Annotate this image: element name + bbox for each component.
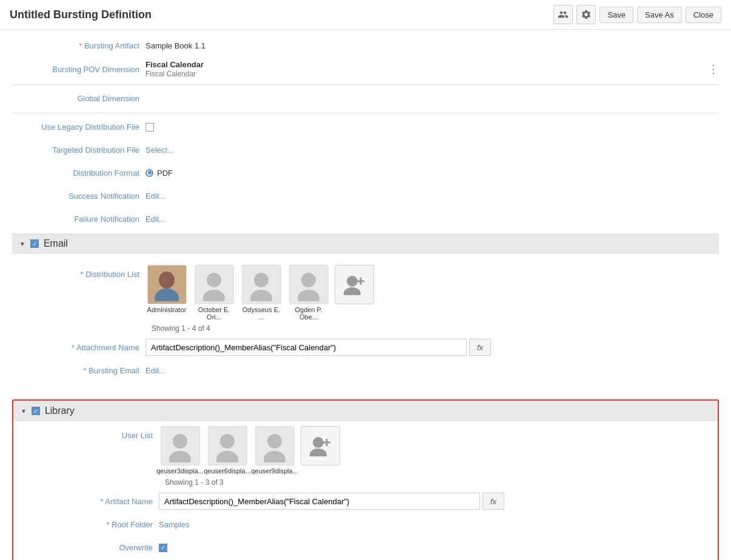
top-bar: Untitled Bursting Definition Save Save A…	[0, 0, 731, 30]
avatar-qeuser9[interactable]: qeuser9displa...	[253, 426, 296, 475]
add-user-email-btn[interactable]	[335, 265, 374, 304]
bursting-pov-label: Bursting POV Dimension	[12, 65, 145, 74]
svg-point-0	[159, 272, 175, 288]
bursting-email-value: Edit...	[145, 366, 719, 375]
bursting-email-label: * Bursting Email	[12, 366, 145, 375]
svg-point-7	[298, 290, 319, 301]
library-section-checkbox[interactable]: ✓	[32, 407, 40, 415]
save-as-button[interactable]: Save As	[637, 7, 682, 23]
artifact-name-label: * Artifact Name	[25, 497, 159, 506]
global-dimension-label: Global Dimension	[12, 94, 145, 103]
success-notif-value: Edit...	[145, 192, 719, 201]
avatar-box-qeuser9	[255, 426, 295, 465]
targeted-dist-value: Select...	[145, 145, 719, 155]
avatar-ogden[interactable]: Ogden P. Obe...	[287, 265, 330, 321]
avatar-qeuser3[interactable]: qeuser3displa...	[159, 426, 201, 475]
failure-notif-row: Failure Notification Edit...	[12, 210, 719, 227]
avatar-odysseus[interactable]: Odysseus E. ...	[240, 265, 282, 321]
use-legacy-label: Use Legacy Distribution File	[12, 122, 145, 132]
library-section: ▼ ✓ Library User List	[12, 399, 719, 560]
person-icon-qeuser6	[214, 429, 241, 462]
svg-point-13	[169, 451, 191, 462]
attachment-name-value: fx	[145, 339, 719, 356]
svg-point-18	[313, 437, 324, 448]
artifact-name-input-group: fx	[159, 493, 706, 510]
email-section: ▼ ✓ Email * Distribution List	[12, 233, 719, 392]
attachment-name-row: * Attachment Name fx	[12, 339, 719, 356]
email-section-checkbox[interactable]: ✓	[30, 239, 39, 248]
success-notif-row: Success Notification Edit...	[12, 187, 719, 204]
targeted-dist-select-link[interactable]: Select...	[145, 145, 174, 155]
svg-point-6	[301, 273, 316, 287]
svg-point-19	[310, 448, 327, 456]
avatar-label-odysseus: Odysseus E. ...	[240, 306, 282, 321]
bursting-email-edit-link[interactable]: Edit...	[145, 366, 165, 375]
artifact-name-input[interactable]	[159, 493, 480, 510]
success-notif-edit-link[interactable]: Edit...	[145, 192, 165, 201]
avatar-administrator[interactable]: Administrator	[145, 265, 188, 313]
pdf-radio[interactable]	[145, 169, 153, 177]
user-list-label: User List	[25, 426, 159, 440]
svg-point-17	[264, 451, 285, 462]
save-button[interactable]: Save	[599, 7, 633, 23]
library-section-body: User List qeuser3displa...	[13, 421, 718, 560]
svg-point-2	[207, 273, 221, 287]
close-button[interactable]: Close	[686, 7, 721, 23]
use-legacy-checkbox[interactable]	[145, 123, 154, 132]
add-user-email-container	[335, 265, 374, 304]
svg-point-3	[203, 290, 225, 301]
artifact-name-row: * Artifact Name fx	[25, 493, 706, 510]
pdf-label: PDF	[157, 168, 173, 178]
user-list-row: User List qeuser3displa...	[25, 426, 706, 487]
avatar-label-qeuser9: qeuser9displa...	[251, 467, 298, 475]
library-collapse-arrow: ▼	[21, 408, 27, 415]
divider-2	[12, 113, 719, 113]
gear-icon-btn[interactable]	[576, 5, 596, 24]
svg-point-16	[267, 434, 282, 448]
bursting-artifact-value: Sample Book 1.1	[145, 41, 719, 50]
overwrite-row: Overwrite ✓	[25, 539, 706, 556]
avatar-label-ogden: Ogden P. Obe...	[287, 306, 330, 321]
people-icon-btn[interactable]	[553, 5, 573, 24]
overwrite-value: ✓	[159, 542, 706, 552]
overwrite-checkbox[interactable]: ✓	[159, 544, 167, 552]
toolbar: Save Save As Close	[553, 5, 721, 24]
avatar-qeuser6[interactable]: qeuser6displa...	[206, 426, 249, 475]
email-section-header[interactable]: ▼ ✓ Email	[12, 233, 719, 254]
pov-menu-icon[interactable]: ⋮	[708, 62, 719, 76]
avatar-box-october	[195, 265, 234, 304]
bursting-email-row: * Bursting Email Edit...	[12, 362, 719, 379]
success-notif-label: Success Notification	[12, 192, 145, 201]
attachment-name-fx-btn[interactable]: fx	[469, 339, 491, 356]
svg-point-15	[216, 451, 238, 462]
email-section-body: * Distribution List	[12, 260, 719, 392]
page-title: Untitled Bursting Definition	[10, 8, 152, 21]
artifact-name-fx-btn[interactable]: fx	[482, 493, 504, 510]
use-legacy-checkbox-area	[145, 122, 719, 132]
attachment-name-input[interactable]	[145, 339, 467, 356]
avatar-label-qeuser3: qeuser3displa...	[156, 467, 204, 475]
add-user-library-btn[interactable]	[301, 426, 340, 465]
person-icon-ogden	[295, 268, 322, 301]
divider-1	[12, 84, 719, 85]
dist-format-label: Distribution Format	[12, 168, 145, 178]
avatar-box-administrator	[147, 265, 187, 304]
avatar-label-administrator: Administrator	[147, 306, 187, 313]
dist-format-row: Distribution Format PDF	[12, 164, 719, 181]
root-folder-link[interactable]: Samples	[159, 520, 190, 529]
targeted-dist-row: Targeted Distribution File Select...	[12, 141, 719, 158]
library-section-header[interactable]: ▼ ✓ Library	[13, 401, 718, 421]
artifact-name-value: fx	[159, 493, 706, 510]
svg-point-4	[254, 273, 269, 287]
targeted-dist-label: Targeted Distribution File	[12, 145, 145, 155]
root-folder-label: * Root Folder	[25, 520, 159, 529]
email-showing-text: Showing 1 - 4 of 4	[152, 324, 719, 333]
svg-point-12	[173, 434, 187, 448]
add-user-library-container	[301, 426, 340, 465]
avatar-label-october: October E. Ori...	[193, 306, 235, 321]
svg-point-8	[347, 276, 358, 287]
svg-point-5	[250, 290, 272, 301]
avatar-october[interactable]: October E. Ori...	[193, 265, 235, 321]
failure-notif-edit-link[interactable]: Edit...	[145, 215, 165, 224]
avatar-box-odysseus	[242, 265, 281, 304]
